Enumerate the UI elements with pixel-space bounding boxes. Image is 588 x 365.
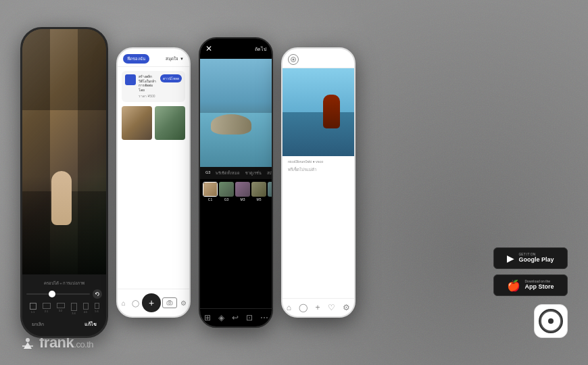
phone-2-mockup: ฟีดของฉัน สมุดใจ ▼ สร้างคลิกวิดีโอในกล้า…: [116, 47, 191, 318]
phone-4-bottom-nav: ⌂ ◯ + ♡ ⚙: [283, 298, 354, 316]
camera-icon[interactable]: [162, 297, 177, 308]
aspect-ratios: 1:1 2:1 3:2 3:4: [26, 303, 102, 315]
filter-tabs: G3 พรีเซ็ตทั้งหมด ซาตูเรชั่น สปาร์ค สทาร…: [200, 167, 272, 179]
photo-grid: [122, 106, 185, 140]
filter-c1-label: C1: [208, 197, 212, 201]
add-nav-icon[interactable]: +: [316, 303, 320, 312]
search-nav-icon[interactable]: ◯: [299, 303, 308, 312]
phone-2-top-bar: ฟีดของฉัน สมุดใจ ▼: [118, 49, 189, 67]
google-play-label: Google Play: [518, 256, 554, 264]
filter-g3[interactable]: [219, 182, 234, 197]
photo-thumb-2[interactable]: [155, 106, 185, 140]
svg-point-1: [168, 302, 170, 304]
filter-tab-g3[interactable]: G3: [205, 170, 210, 176]
phone-1-photo: [22, 29, 106, 274]
phone-3-top-bar: ✕ ถัดไป: [200, 39, 272, 59]
promo-download-button[interactable]: ดาวน์โหลด: [160, 74, 182, 82]
vsco-circle-icon: [539, 309, 563, 333]
compare-icon[interactable]: ⊡: [246, 313, 253, 322]
post-girl-figure: [323, 95, 340, 128]
phone-3-mockup: ✕ ถัดไป G3 พรีเซ็ตทั้งหมด ซาตูเรชั่น สปา…: [199, 37, 273, 328]
phone-1-bottom-bar: ยกเลิก แก้ไข: [26, 318, 102, 331]
phone-4-top-bar: [283, 49, 354, 68]
phone-1-screen: ครอปได้ + การแบ่งภาพ: [22, 29, 106, 336]
ratio-34[interactable]: 3:4: [71, 303, 77, 315]
adjust-icon[interactable]: ◈: [218, 313, 224, 322]
search-icon[interactable]: ◯: [130, 297, 141, 308]
home-nav-icon[interactable]: ⌂: [287, 303, 291, 312]
promo-banner: สร้างคลิกวิดีโอในกล้าการตัดต่อโดย ราคา ¥…: [122, 71, 185, 102]
app-store-label: App Store: [524, 283, 554, 291]
slider-thumb[interactable]: [49, 291, 55, 297]
filter-tab-all[interactable]: พรีเซ็ตทั้งหมด: [216, 170, 240, 176]
google-play-text: GET IT ON Google Play: [518, 253, 554, 264]
filter-tab-sat[interactable]: ซาตูเรชั่น: [245, 170, 262, 176]
settings-icon[interactable]: ⚙: [178, 297, 189, 308]
phone-1-mockup: ครอปได้ + การแบ่งภาพ: [20, 27, 108, 338]
filter-m5[interactable]: [251, 182, 266, 197]
branding-area: ▶ GET IT ON Google Play 🍎 Download on th…: [460, 14, 568, 351]
vsco-logo: [288, 54, 299, 65]
phone-1-controls: ครอปได้ + การแบ่งภาพ: [22, 274, 106, 336]
filter-c1[interactable]: [203, 182, 218, 197]
photo-thumb-1[interactable]: [122, 106, 152, 140]
post-photo: [283, 68, 354, 156]
google-play-badge[interactable]: ▶ GET IT ON Google Play: [493, 247, 568, 269]
phone-4-mockup: nicol3brun0ski ♦ vsco พรีเซ็ตโปรแม่ค้า ⌂…: [281, 47, 356, 318]
person-figure: [211, 114, 251, 135]
tab-feed[interactable]: ฟีดของฉัน: [123, 54, 149, 64]
ratio-45[interactable]: 4:5: [83, 303, 89, 315]
filter-tab-spark[interactable]: สปาร์ค: [267, 170, 272, 176]
username-text: nicol3brun0ski ♦ vsco: [288, 160, 323, 164]
home-icon[interactable]: ⌂: [118, 297, 129, 308]
main-container: ครอปได้ + การแบ่งภาพ: [0, 0, 588, 365]
phone-1-slider-area: [26, 289, 102, 299]
add-button[interactable]: +: [142, 293, 161, 312]
grid-icon[interactable]: ⊞: [204, 313, 211, 322]
phone-2-bottom-nav: ⌂ ◯ + ⚙: [118, 289, 189, 316]
phone-3-screen: ✕ ถัดไป G3 พรีเซ็ตทั้งหมด ซาตูเรชั่น สปา…: [200, 39, 272, 326]
heart-nav-icon[interactable]: ♡: [328, 303, 335, 312]
settings-nav-icon[interactable]: ⚙: [343, 303, 350, 312]
post-meta: nicol3brun0ski ♦ vsco พรีเซ็ตโปรแม่ค้า: [283, 156, 354, 176]
rotate-icon[interactable]: [93, 289, 102, 299]
ratio-11[interactable]: 1:1: [30, 303, 36, 315]
filter-strip: C1 G3 M3 M5: [200, 179, 272, 204]
filter-ps[interactable]: [268, 182, 272, 197]
phone-1-girl-figure: [51, 171, 72, 225]
ratio-21[interactable]: 2:1: [43, 303, 51, 315]
phone-2-screen: ฟีดของฉัน สมุดใจ ▼ สร้างคลิกวิดีโอในกล้า…: [118, 49, 189, 316]
promo-price: ราคา ¥500: [139, 93, 157, 99]
ratio-32[interactable]: 3:2: [57, 303, 65, 315]
undo-icon[interactable]: ↩: [232, 313, 239, 322]
app-store-text: Download on the App Store: [524, 280, 554, 291]
filter-m3[interactable]: [235, 182, 250, 197]
promo-text: สร้างคลิกวิดีโอในกล้าการตัดต่อโดย ราคา ¥…: [139, 74, 157, 99]
done-button[interactable]: แก้ไข: [84, 320, 97, 328]
vsco-app-icon[interactable]: [534, 304, 568, 338]
phone-3-photo: [200, 59, 272, 167]
cancel-button[interactable]: ยกเลิก: [32, 320, 44, 328]
google-play-icon: ▶: [507, 253, 514, 264]
ratio-56[interactable]: 5:6: [95, 303, 99, 315]
close-button[interactable]: ✕: [205, 44, 212, 53]
filter-m3-label: M3: [241, 197, 245, 201]
preset-label: พรีเซ็ตโปรแม่ค้า: [288, 166, 349, 173]
phone-4-screen: nicol3brun0ski ♦ vsco พรีเซ็ตโปรแม่ค้า ⌂…: [283, 49, 354, 316]
app-store-badge[interactable]: 🍎 Download on the App Store: [493, 274, 568, 296]
apple-icon: 🍎: [507, 279, 520, 292]
tab-collection[interactable]: สมุดใจ ▼: [166, 55, 184, 62]
phone-3-bottom-nav: ⊞ ◈ ↩ ⊡ ⋯: [200, 308, 272, 326]
promo-title: สร้างคลิกวิดีโอในกล้าการตัดต่อโดย: [139, 74, 157, 92]
crop-tool-label: ครอปได้ + การแบ่งภาพ: [26, 280, 102, 287]
filter-m5-label: M5: [257, 197, 262, 201]
phones-area: ครอปได้ + การแบ่งภาพ: [20, 27, 460, 338]
filter-g3-label: G3: [224, 197, 229, 201]
promo-icon: [125, 74, 136, 85]
overflow-icon[interactable]: ⋯: [260, 313, 268, 322]
store-badges: ▶ GET IT ON Google Play 🍎 Download on th…: [493, 247, 568, 296]
next-button[interactable]: ถัดไป: [255, 45, 266, 53]
phone-2-content: สร้างคลิกวิดีโอในกล้าการตัดต่อโดย ราคา ¥…: [118, 67, 189, 289]
slider-track[interactable]: [26, 293, 90, 295]
username: nicol3brun0ski ♦ vsco: [288, 160, 349, 164]
